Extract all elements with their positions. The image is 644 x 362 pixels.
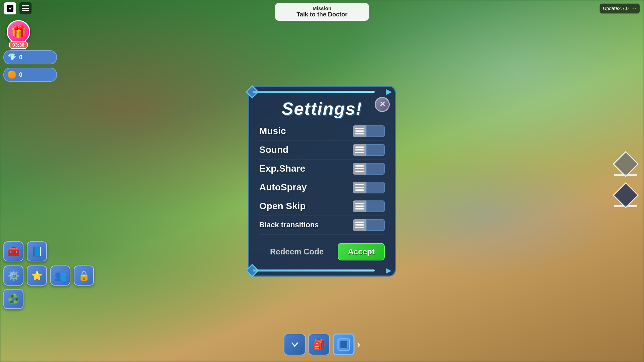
expshare-toggle[interactable] <box>353 163 385 175</box>
settings-footer: Redeem Code Accept <box>249 240 395 267</box>
music-toggle-box[interactable] <box>366 125 385 137</box>
deco-line-top <box>253 91 375 93</box>
setting-row-sound: Sound <box>259 141 385 160</box>
panel-deco-bottom: ▶ <box>249 265 395 276</box>
toggle-lines-icon <box>353 125 366 137</box>
setting-row-music: Music <box>259 122 385 141</box>
setting-row-expshare: Exp.Share <box>259 160 385 178</box>
settings-panel: ▶ Settings! ✕ Music <box>248 86 396 277</box>
setting-row-autospray: AutoSpray <box>259 178 385 197</box>
music-label: Music <box>259 126 286 136</box>
settings-title: Settings! <box>256 99 388 119</box>
toggle-lines-icon <box>353 182 366 193</box>
toggle-lines-icon <box>353 219 366 231</box>
setting-row-blacktransitions: Black transitions <box>259 216 385 235</box>
panel-header: Settings! ✕ <box>249 95 395 120</box>
setting-row-openskip: Open Skip <box>259 197 385 216</box>
autospray-label: AutoSpray <box>259 182 307 193</box>
expshare-label: Exp.Share <box>259 163 305 174</box>
modal-overlay: ▶ Settings! ✕ Music <box>0 0 644 362</box>
accept-button[interactable]: Accept <box>338 243 385 260</box>
openskip-toggle[interactable] <box>353 200 385 212</box>
blacktransitions-label: Black transitions <box>259 221 319 229</box>
blacktransitions-toggle[interactable] <box>353 219 385 231</box>
toggle-lines-icon <box>353 144 366 156</box>
autospray-toggle-box[interactable] <box>366 182 385 193</box>
redeem-code-label: Redeem Code <box>259 247 334 256</box>
deco-arrow-bottom: ▶ <box>386 266 391 275</box>
expshare-toggle-box[interactable] <box>366 163 385 175</box>
openskip-label: Open Skip <box>259 201 306 212</box>
sound-label: Sound <box>259 144 288 155</box>
openskip-toggle-box[interactable] <box>366 200 385 212</box>
sound-toggle-box[interactable] <box>366 144 385 156</box>
deco-line-bottom <box>253 269 375 272</box>
blacktransitions-toggle-box[interactable] <box>366 219 385 231</box>
toggle-lines-icon <box>353 163 366 175</box>
toggle-lines-icon <box>353 200 366 212</box>
close-button[interactable]: ✕ <box>375 97 390 112</box>
autospray-toggle[interactable] <box>353 182 385 193</box>
settings-body: Music Sound <box>249 120 395 240</box>
music-toggle[interactable] <box>353 125 385 137</box>
sound-toggle[interactable] <box>353 144 385 156</box>
